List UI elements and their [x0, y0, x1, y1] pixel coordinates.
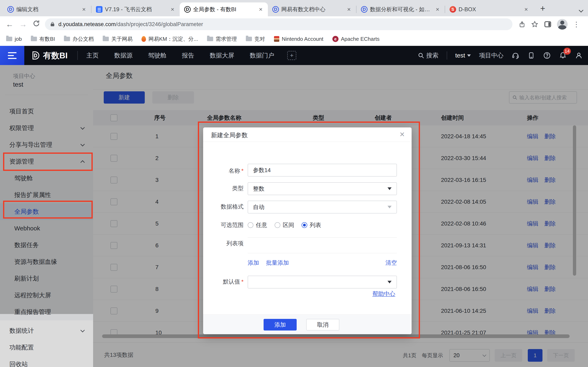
nav-search[interactable]: 搜索 [418, 51, 439, 60]
bookmark-label: 竞对 [254, 35, 265, 43]
brand-name: 有数BI [43, 50, 68, 61]
nav-item-home[interactable]: 主页 [86, 51, 99, 60]
nav-item-bigscreen[interactable]: 数据大屏 [210, 51, 234, 60]
nav-item-report[interactable]: 报告 [182, 51, 194, 60]
nav-item-cockpit[interactable]: 驾驶舱 [148, 51, 166, 60]
url-domain: d.youdata.netease.com [58, 21, 116, 27]
address-bar[interactable]: d.youdata.netease.com/dash/project/3246/… [45, 18, 512, 30]
nav-divider [77, 51, 78, 60]
user-icon[interactable] [575, 52, 583, 59]
folder-icon [246, 37, 252, 41]
bookmark-about-netease[interactable]: 关于网易 [103, 35, 132, 43]
tab-close-icon[interactable]: × [346, 6, 352, 13]
workspace-dropdown[interactable]: test [455, 52, 471, 59]
annotation-box-global-parameter [3, 201, 93, 218]
app-nav: 有数BI 主页 数据源 驾驶舱 报告 数据大屏 数据门户 + 搜索 test 项… [0, 46, 588, 65]
tab-title: 网易有数文档中心 [281, 6, 343, 13]
bookmark-competitors[interactable]: 竞对 [246, 35, 265, 43]
youdata-favicon-icon: D [7, 6, 14, 13]
mobile-device-icon[interactable] [527, 52, 535, 59]
youdata-favicon-icon: D [361, 6, 367, 13]
tab-title: V7.19 - 飞书云文档 [105, 6, 167, 13]
new-tab-button[interactable]: + [540, 4, 545, 13]
search-icon [418, 52, 424, 59]
tab-close-icon[interactable]: × [80, 6, 87, 13]
bookmark-star-icon[interactable] [531, 20, 539, 28]
tab-global-parameter-active[interactable]: D 全局参数 - 有数BI × [180, 2, 268, 16]
bookmark-echarts[interactable]: eApache ECharts [332, 36, 380, 42]
folder-icon [207, 37, 213, 41]
annotation-box-modal [198, 122, 420, 338]
url-path: /dash/project/3246/globalParameter [116, 21, 203, 27]
nav-divider [447, 51, 447, 59]
mario-icon [274, 36, 279, 42]
tab-doc-center[interactable]: D 网易有数文档中心 × [268, 2, 356, 16]
chevron-down-icon [467, 54, 471, 57]
folder-icon [64, 37, 70, 41]
back-button[interactable]: ← [6, 20, 13, 29]
workspace-name: test [455, 52, 465, 59]
tab-close-icon[interactable]: × [434, 6, 441, 13]
folder-icon [31, 37, 37, 41]
nav-project-center[interactable]: 项目中心 [479, 51, 503, 60]
bookmark-label: 需求管理 [216, 35, 237, 43]
notifications[interactable]: 14 [559, 51, 567, 60]
bookmark-requirements[interactable]: 需求管理 [207, 35, 237, 43]
reload-icon [33, 20, 40, 27]
tab-dbox[interactable]: S D-BOX × [445, 2, 533, 16]
tab-close-icon[interactable]: × [523, 6, 530, 13]
bookmark-label: 有数BI [39, 35, 55, 43]
bookmark-label: Nintendo Account [282, 36, 323, 42]
tab-title: 全局参数 - 有数BI [193, 6, 255, 13]
bookmark-nintendo[interactable]: Nintendo Account [274, 36, 323, 42]
browser-tab-strip: D 编辑文档 × V7.19 - 飞书云文档 × D 全局参数 - 有数BI ×… [0, 0, 588, 16]
bookmark-label: 网易KM：沉淀、分... [148, 35, 198, 43]
echarts-icon: e [332, 36, 338, 42]
modal-backdrop[interactable] [0, 65, 93, 314]
bookmark-label: job [15, 36, 22, 42]
tab-close-icon[interactable]: × [257, 6, 264, 13]
headset-icon[interactable] [512, 52, 519, 59]
tab-search-chevron-icon[interactable] [579, 8, 584, 13]
bookmark-job[interactable]: job [6, 36, 22, 42]
bookmark-netease-km[interactable]: 网易KM：沉淀、分... [141, 35, 198, 43]
help-icon[interactable] [543, 52, 551, 59]
url-text: d.youdata.netease.com/dash/project/3246/… [58, 21, 203, 27]
side-panel-icon[interactable] [544, 20, 552, 28]
lock-icon [50, 21, 55, 27]
nav-item-portal[interactable]: 数据门户 [250, 51, 274, 60]
notification-badge: 14 [563, 48, 571, 55]
reload-button[interactable] [33, 20, 40, 29]
browser-toolbar: ← → d.youdata.netease.com/dash/project/3… [0, 16, 588, 32]
youdata-favicon-icon: D [272, 6, 279, 13]
share-icon[interactable] [519, 20, 526, 28]
bookmark-youdata[interactable]: 有数BI [31, 35, 55, 43]
bookmark-office-docs[interactable]: 办公文档 [64, 35, 94, 43]
youdata-logo-icon [31, 51, 40, 60]
nav-add-button[interactable]: + [287, 51, 296, 60]
annotation-box-resource-mgmt [3, 152, 93, 171]
screen: D 编辑文档 × V7.19 - 飞书云文档 × D 全局参数 - 有数BI ×… [0, 0, 588, 367]
youdata-favicon-icon: D [184, 6, 191, 13]
tab-title: 数据分析和可视化 - 如何创建 [370, 6, 432, 13]
tab-close-icon[interactable]: × [169, 6, 176, 13]
bookmarks-bar: job 有数BI 办公文档 关于网易 网易KM：沉淀、分... 需求管理 竞对 … [0, 32, 588, 46]
tab-title: D-BOX [458, 6, 520, 13]
modal-backdrop-light[interactable] [0, 314, 93, 367]
forward-button[interactable]: → [19, 20, 27, 29]
bookmark-label: 办公文档 [72, 35, 94, 43]
nav-item-datasource[interactable]: 数据源 [114, 51, 132, 60]
browser-menu-icon[interactable]: ⋮ [573, 21, 580, 28]
app-logo[interactable]: 有数BI [31, 50, 68, 61]
tab-feishu[interactable]: V7.19 - 飞书云文档 × [91, 2, 180, 16]
tab-title: 编辑文档 [16, 6, 78, 13]
nav-search-label: 搜索 [426, 51, 439, 60]
sidebar-toggle-button[interactable] [0, 46, 24, 65]
folder-icon [6, 37, 12, 41]
bookmark-label: 关于网易 [111, 35, 132, 43]
tab-data-analysis[interactable]: D 数据分析和可视化 - 如何创建 × [356, 2, 445, 16]
profile-avatar[interactable] [557, 19, 568, 30]
tab-edit-doc[interactable]: D 编辑文档 × [3, 2, 91, 16]
dbox-favicon-icon: S [450, 6, 456, 13]
feishu-doc-favicon-icon [96, 6, 103, 13]
